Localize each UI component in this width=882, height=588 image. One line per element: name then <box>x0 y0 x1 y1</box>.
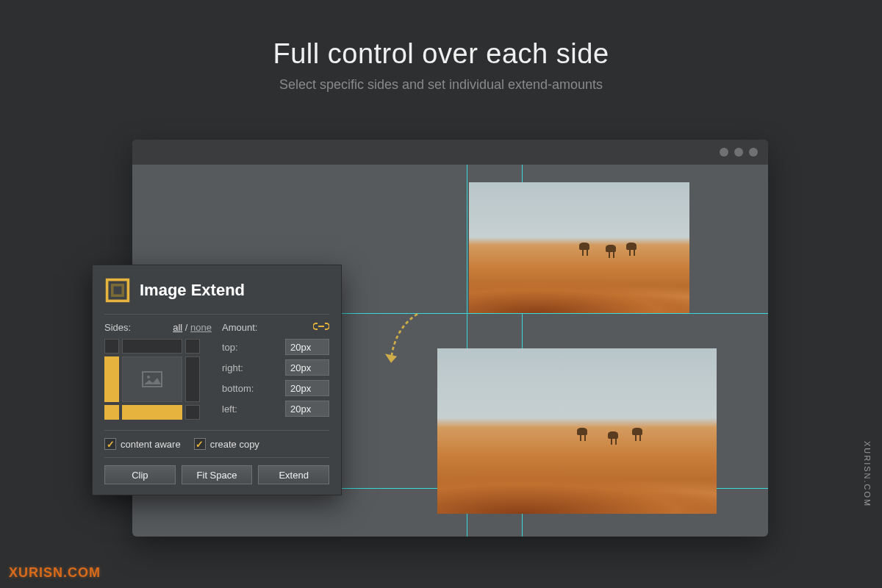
side-center-icon <box>122 356 182 402</box>
side-left[interactable] <box>104 356 119 402</box>
hero-subtitle: Select specific sides and set individual… <box>0 77 882 93</box>
image-original[interactable] <box>469 182 689 313</box>
svg-rect-1 <box>112 285 123 295</box>
image-extend-logo-icon <box>104 277 131 304</box>
side-top[interactable] <box>122 339 182 354</box>
svg-point-3 <box>147 376 150 379</box>
svg-rect-0 <box>107 280 129 301</box>
content-aware-checkbox[interactable]: ✓ content aware <box>104 438 181 450</box>
side-corner-bl[interactable] <box>104 405 119 420</box>
window-dot[interactable] <box>749 148 758 157</box>
sides-all-link[interactable]: all <box>173 322 182 333</box>
panel-title: Image Extend <box>140 281 245 300</box>
watermark-side: XURISN.COM <box>863 441 872 507</box>
link-values-icon[interactable] <box>313 322 329 333</box>
app-titlebar <box>132 140 768 165</box>
create-copy-checkbox[interactable]: ✓ create copy <box>194 438 259 450</box>
amount-top-input[interactable] <box>285 339 329 355</box>
sides-selector <box>104 339 200 420</box>
side-corner-br[interactable] <box>185 405 200 420</box>
amount-right-label: right: <box>222 362 243 373</box>
amount-bottom-input[interactable] <box>285 380 329 396</box>
watermark-bottom: XURISN.COM <box>9 565 101 581</box>
checkbox-icon: ✓ <box>194 438 206 450</box>
sides-label: Sides: <box>104 322 131 333</box>
amount-top-label: top: <box>222 342 238 353</box>
window-dot[interactable] <box>734 148 743 157</box>
amount-right-input[interactable] <box>285 359 329 376</box>
extend-button[interactable]: Extend <box>258 465 329 484</box>
hero-title: Full control over each side <box>0 38 882 70</box>
clip-button[interactable]: Clip <box>104 465 176 484</box>
side-right[interactable] <box>185 356 200 402</box>
amount-left-input[interactable] <box>285 401 329 417</box>
side-bottom[interactable] <box>122 405 182 420</box>
amount-label: Amount: <box>222 322 257 333</box>
image-extended[interactable] <box>437 348 717 514</box>
side-corner-tr[interactable] <box>185 339 200 354</box>
checkbox-icon: ✓ <box>104 438 116 450</box>
amount-bottom-label: bottom: <box>222 383 254 394</box>
window-dot[interactable] <box>720 148 728 157</box>
image-extend-panel: Image Extend Sides: all / none <box>92 265 342 495</box>
side-corner-tl[interactable] <box>104 339 119 354</box>
sides-none-link[interactable]: none <box>190 322 212 333</box>
fit-space-button[interactable]: Fit Space <box>182 465 253 484</box>
amount-left-label: left: <box>222 404 237 415</box>
